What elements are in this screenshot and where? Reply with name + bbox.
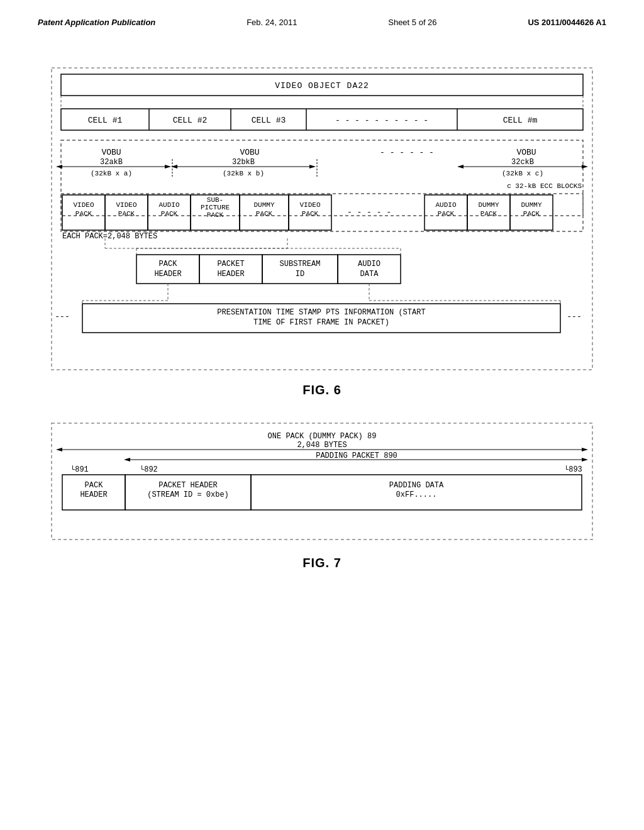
svg-text:SUBSTREAM: SUBSTREAM [280, 260, 321, 268]
svg-text:---: --- [55, 312, 69, 321]
svg-rect-36 [61, 194, 583, 231]
svg-text:(32kB x c): (32kB x c) [502, 170, 543, 177]
svg-text:(32kB x b): (32kB x b) [223, 170, 264, 177]
svg-text:└892: └892 [140, 465, 158, 474]
svg-text:VOBU: VOBU [101, 148, 121, 157]
svg-text:DUMMY: DUMMY [521, 201, 541, 209]
svg-text:PACK: PACK [161, 210, 178, 218]
svg-text:(32kB x a): (32kB x a) [91, 170, 132, 177]
svg-text:DUMMY: DUMMY [478, 201, 499, 209]
svg-text:PADDING PACKET 890: PADDING PACKET 890 [316, 451, 397, 460]
svg-rect-70 [136, 255, 199, 284]
svg-text:---: --- [567, 312, 581, 321]
svg-text:VIDEO: VIDEO [116, 201, 136, 209]
svg-text:SUB-: SUB- [207, 196, 223, 204]
fig6-label: FIG. 6 [38, 383, 606, 397]
svg-text:PACKET HEADER: PACKET HEADER [158, 481, 218, 490]
svg-text:HEADER: HEADER [154, 270, 181, 279]
svg-text:HEADER: HEADER [217, 270, 244, 279]
svg-rect-13 [61, 140, 583, 216]
svg-text:PACK: PACK [256, 210, 273, 218]
svg-text:PICTURE: PICTURE [201, 204, 230, 211]
patent-label: US 2011/0044626 A1 [528, 18, 606, 27]
svg-text:CELL #3: CELL #3 [252, 116, 286, 125]
svg-text:AUDIO: AUDIO [158, 201, 179, 209]
svg-text:PADDING DATA: PADDING DATA [389, 481, 444, 490]
fig7-label: FIG. 7 [38, 556, 606, 570]
fig6-svg: VIDEO OBJECT DA22 CELL #1 CELL #2 CELL #… [48, 65, 596, 373]
svg-text:DUMMY: DUMMY [253, 201, 274, 209]
svg-text:PACK: PACK [159, 260, 178, 268]
svg-text:PACKET: PACKET [217, 260, 244, 268]
svg-text:VOBU: VOBU [240, 148, 259, 157]
svg-rect-73 [199, 255, 262, 284]
svg-text:- - - - - - - - - -: - - - - - - - - - - [335, 116, 428, 125]
svg-text:32ckB: 32ckB [511, 158, 534, 167]
svg-text:└893: └893 [564, 465, 582, 474]
svg-text:PACK: PACK [438, 210, 455, 218]
svg-marker-26 [309, 165, 316, 169]
svg-text:PACK: PACK [85, 481, 104, 490]
svg-text:0xFF.....: 0xFF..... [396, 490, 437, 499]
page-header: Patent Application Publication Feb. 24, … [0, 0, 644, 27]
svg-marker-102 [56, 448, 62, 451]
svg-text:- - - - - -: - - - - - - [380, 148, 434, 157]
svg-text:VIDEO OBJECT DA22: VIDEO OBJECT DA22 [275, 81, 369, 91]
sheet-label: Sheet 5 of 26 [388, 18, 436, 27]
svg-text:VIDEO: VIDEO [299, 201, 320, 209]
svg-text:HEADER: HEADER [80, 490, 107, 499]
svg-text:AUDIO: AUDIO [358, 260, 380, 268]
svg-marker-25 [171, 165, 177, 169]
svg-text:PRESENTATION TIME STAMP PTS IN: PRESENTATION TIME STAMP PTS INFORMATION … [217, 308, 425, 317]
svg-text:ID: ID [296, 270, 304, 279]
main-content: VIDEO OBJECT DA22 CELL #1 CELL #2 CELL #… [0, 27, 644, 570]
svg-marker-103 [582, 448, 588, 451]
svg-rect-76 [262, 255, 338, 284]
svg-text:32bkB: 32bkB [232, 158, 255, 167]
svg-text:PACK: PACK [480, 210, 497, 218]
svg-text:PACK: PACK [523, 210, 540, 218]
svg-marker-32 [582, 165, 588, 169]
fig7-svg: ONE PACK (DUMMY PACK) 89 2,048 BYTES PAD… [48, 420, 596, 546]
svg-text:AUDIO: AUDIO [435, 201, 456, 209]
fig7-diagram: ONE PACK (DUMMY PACK) 89 2,048 BYTES PAD… [38, 420, 606, 570]
svg-text:32akB: 32akB [100, 158, 123, 167]
svg-marker-19 [56, 165, 62, 169]
svg-text:PACK: PACK [75, 210, 92, 218]
svg-text:VOBU: VOBU [516, 148, 536, 157]
svg-marker-20 [165, 165, 171, 169]
svg-text:- - - - -: - - - - - [347, 208, 391, 217]
date-label: Feb. 24, 2011 [247, 18, 297, 27]
svg-text:PACK: PACK [207, 211, 224, 219]
svg-text:PACK: PACK [118, 210, 135, 218]
svg-text:CELL #2: CELL #2 [173, 116, 208, 125]
svg-text:ONE PACK (DUMMY PACK) 89: ONE PACK (DUMMY PACK) 89 [268, 432, 377, 441]
svg-text:(STREAM ID = 0xbe): (STREAM ID = 0xbe) [147, 490, 229, 499]
svg-text:TIME OF FIRST FRAME IN PACKET): TIME OF FIRST FRAME IN PACKET) [253, 318, 389, 327]
svg-marker-31 [457, 165, 464, 169]
svg-text:PACK: PACK [302, 210, 319, 218]
svg-text:VIDEO: VIDEO [73, 201, 94, 209]
fig6-diagram: VIDEO OBJECT DA22 CELL #1 CELL #2 CELL #… [38, 65, 606, 397]
svg-text:└891: └891 [70, 465, 89, 474]
svg-text:EACH PACK=2,048 BYTES: EACH PACK=2,048 BYTES [62, 232, 157, 241]
svg-rect-79 [338, 255, 401, 284]
svg-text:2,048 BYTES: 2,048 BYTES [297, 441, 347, 450]
pub-label: Patent Application Publication [38, 18, 155, 27]
svg-marker-106 [124, 458, 130, 462]
svg-text:c 32-kB ECC BLOCKS: c 32-kB ECC BLOCKS [507, 182, 582, 190]
svg-text:DATA: DATA [360, 270, 379, 279]
svg-text:CELL #1: CELL #1 [88, 116, 123, 125]
svg-text:CELL #m: CELL #m [503, 116, 538, 125]
svg-marker-107 [582, 458, 588, 462]
